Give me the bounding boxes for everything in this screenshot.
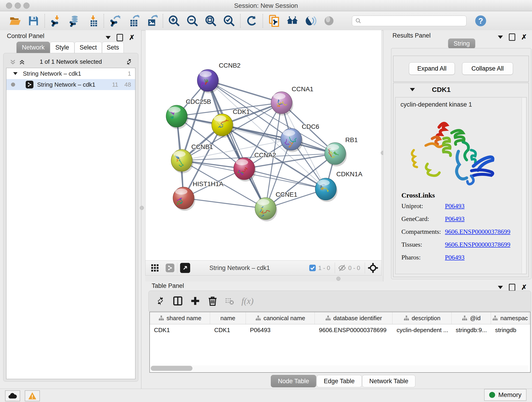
zoom-out-icon[interactable] bbox=[186, 15, 198, 27]
gear-icon[interactable] bbox=[125, 58, 133, 66]
tree-expand-icon[interactable] bbox=[13, 72, 18, 75]
network-node-RB1[interactable]: RB1 bbox=[325, 136, 358, 166]
column-header-shared-name[interactable]: shared name bbox=[150, 312, 210, 324]
expand-all-button[interactable]: Expand All bbox=[409, 62, 455, 75]
crosslink-link[interactable]: P06493 bbox=[445, 215, 465, 223]
column-header-label: @id bbox=[470, 315, 481, 322]
import-table-icon[interactable] bbox=[87, 15, 99, 27]
left-splitter-handle[interactable] bbox=[140, 206, 144, 210]
toolbar-separator bbox=[240, 14, 241, 28]
network-graph[interactable]: CCNB2CCNA1CDC25BCDK1CDC6RB1CCNB1CCNA2CDK… bbox=[146, 30, 381, 260]
node-count: 11 bbox=[112, 81, 118, 88]
clone-network-icon[interactable] bbox=[268, 15, 280, 27]
protein-section-header[interactable]: CDK1 bbox=[393, 83, 529, 96]
network-row-selected[interactable]: String Network – cdk1 11 48 bbox=[6, 79, 135, 90]
panel-menu-icon[interactable] bbox=[498, 36, 503, 39]
panel-menu-icon[interactable] bbox=[106, 36, 111, 39]
network-node-CDKN1A[interactable]: CDKN1A bbox=[315, 171, 362, 202]
string-tab[interactable]: String bbox=[448, 38, 475, 49]
column-header-name[interactable]: name bbox=[210, 312, 246, 324]
column-header-description[interactable]: description bbox=[393, 312, 452, 324]
collapse-all-button[interactable]: Collapse All bbox=[462, 62, 513, 75]
delete-column-icon[interactable] bbox=[207, 296, 218, 306]
export-image-icon[interactable] bbox=[146, 15, 158, 27]
cloud-button[interactable] bbox=[5, 390, 20, 401]
import-network-icon[interactable] bbox=[50, 15, 62, 27]
network-badge-icon[interactable] bbox=[166, 264, 174, 272]
toolbar-separator bbox=[263, 14, 263, 28]
table-cell[interactable]: cyclin-dependent ... bbox=[393, 324, 452, 336]
crosslink-link[interactable]: P06493 bbox=[445, 254, 465, 261]
sphere-icon[interactable] bbox=[323, 15, 335, 27]
network-node-CCNA2[interactable]: CCNA2 bbox=[234, 152, 276, 182]
pan-crosshair-icon[interactable] bbox=[368, 263, 378, 273]
help-icon[interactable]: ? bbox=[475, 15, 487, 27]
warning-button[interactable] bbox=[25, 390, 40, 401]
hidden-eye-icon[interactable] bbox=[338, 264, 346, 272]
crosslink-link[interactable]: P06493 bbox=[445, 202, 465, 210]
grid-view-icon[interactable] bbox=[151, 264, 159, 272]
network-canvas[interactable]: CCNB2CCNA1CDC25BCDK1CDC6RB1CCNB1CCNA2CDK… bbox=[145, 30, 382, 260]
network-view-toolbar: String Network – cdk1 1 - 0 0 - 0 bbox=[145, 260, 382, 275]
export-table-icon[interactable] bbox=[127, 15, 139, 27]
select-columns-icon[interactable] bbox=[172, 296, 183, 306]
splitter-handle[interactable] bbox=[336, 277, 341, 281]
zoom-selected-icon[interactable] bbox=[223, 15, 235, 27]
section-collapse-icon[interactable] bbox=[410, 88, 415, 91]
panel-menu-icon[interactable] bbox=[498, 286, 503, 289]
network-node-CCNA1[interactable]: CCNA1 bbox=[271, 85, 313, 115]
table-cell[interactable]: P06493 bbox=[246, 324, 315, 336]
panel-float-icon[interactable] bbox=[117, 34, 123, 41]
column-header--id[interactable]: @id bbox=[452, 312, 491, 324]
column-header-label: name bbox=[220, 315, 235, 322]
tab-style[interactable]: Style bbox=[50, 42, 75, 53]
table-cell[interactable]: CDK1 bbox=[150, 324, 210, 336]
network-node-HIST1H1A[interactable]: HIST1H1A bbox=[173, 180, 223, 211]
tab-select[interactable]: Select bbox=[75, 42, 102, 53]
network-node-CCNB1[interactable]: CCNB1 bbox=[171, 143, 213, 173]
refresh-icon[interactable] bbox=[246, 15, 258, 27]
vision-icon[interactable] bbox=[305, 15, 317, 27]
table-cell[interactable]: stringdb bbox=[491, 324, 529, 336]
crosslink-link[interactable]: 9606.ENSP00000378699 bbox=[445, 228, 510, 235]
panel-float-icon[interactable] bbox=[509, 33, 515, 41]
crosslink-link[interactable]: 9606.ENSP00000378699 bbox=[445, 241, 510, 248]
tab-node-table[interactable]: Node Table bbox=[271, 375, 316, 387]
network-collection-row[interactable]: String Network – cdk1 1 bbox=[6, 68, 135, 79]
table-gear-icon[interactable] bbox=[155, 296, 166, 306]
home-icon[interactable] bbox=[286, 15, 298, 27]
column-header-namespac[interactable]: namespac bbox=[491, 312, 529, 324]
toolbar-separator bbox=[44, 14, 45, 28]
panel-close-icon[interactable]: ✗ bbox=[129, 33, 135, 41]
zoom-fit-icon[interactable] bbox=[205, 15, 217, 27]
zoom-in-icon[interactable] bbox=[168, 15, 180, 27]
import-database-icon[interactable] bbox=[68, 15, 80, 27]
table-row[interactable]: CDK1CDK1P064939606.ENSP00000378699cyclin… bbox=[150, 324, 530, 336]
crosslink-label: Compartments: bbox=[401, 228, 445, 235]
network-node-CDC25B[interactable]: CDC25B bbox=[166, 98, 211, 129]
table-cell[interactable]: stringdb:9... bbox=[452, 324, 491, 336]
panel-close-icon[interactable]: ✗ bbox=[521, 283, 527, 291]
tab-network[interactable]: Network bbox=[17, 42, 50, 53]
birdseye-view-icon[interactable] bbox=[180, 263, 190, 273]
tab-network-table[interactable]: Network Table bbox=[362, 375, 416, 387]
column-header-label: description bbox=[412, 315, 441, 322]
search-input[interactable] bbox=[352, 16, 467, 26]
results-scrollbar[interactable] bbox=[522, 98, 526, 274]
selected-checkbox-icon[interactable] bbox=[309, 264, 317, 272]
column-header-canonical-name[interactable]: canonical name bbox=[246, 312, 315, 324]
table-hscrollbar-thumb[interactable] bbox=[151, 366, 192, 371]
save-session-icon[interactable] bbox=[27, 15, 39, 27]
memory-button[interactable]: Memory bbox=[484, 389, 526, 401]
network-node-CCNE1[interactable]: CCNE1 bbox=[255, 191, 298, 221]
add-column-icon[interactable] bbox=[190, 296, 201, 306]
panel-close-icon[interactable]: ✗ bbox=[521, 33, 527, 41]
tab-sets[interactable]: Sets bbox=[102, 42, 124, 53]
panel-float-icon[interactable] bbox=[509, 284, 515, 291]
open-session-icon[interactable] bbox=[9, 15, 21, 27]
table-cell[interactable]: CDK1 bbox=[210, 324, 246, 336]
table-cell[interactable]: 9606.ENSP00000378699 bbox=[315, 324, 393, 336]
column-header-database-identifier[interactable]: database identifier bbox=[315, 312, 393, 324]
tab-edge-table[interactable]: Edge Table bbox=[317, 375, 362, 387]
export-network-icon[interactable] bbox=[109, 15, 121, 27]
